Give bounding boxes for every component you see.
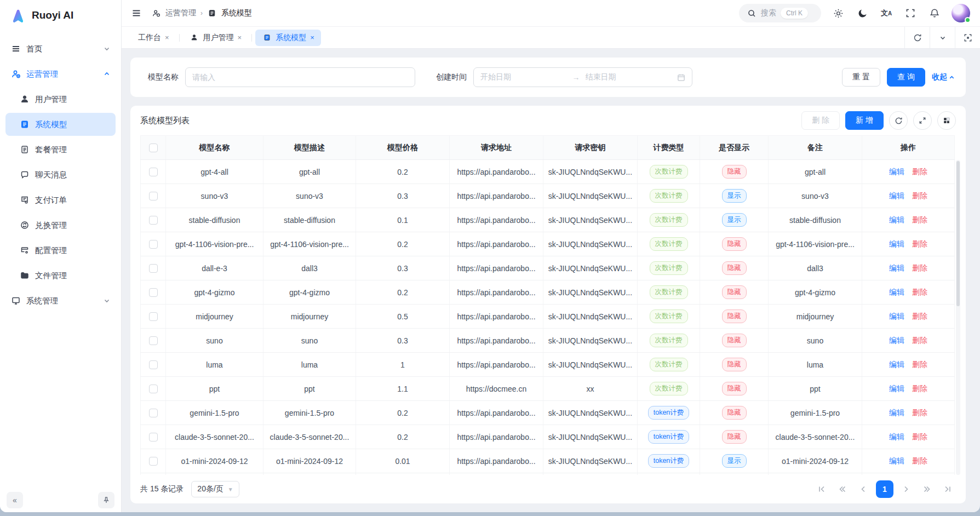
dark-mode-moon-icon[interactable] bbox=[855, 6, 869, 20]
row-checkbox[interactable] bbox=[149, 360, 158, 369]
edit-link[interactable]: 编辑 bbox=[889, 360, 904, 369]
delete-link[interactable]: 删除 bbox=[912, 360, 927, 369]
billing-type-badge: 次数计费 bbox=[650, 358, 688, 371]
row-checkbox[interactable] bbox=[149, 264, 158, 273]
next-page-button[interactable] bbox=[898, 481, 914, 497]
current-page-button[interactable]: 1 bbox=[876, 480, 893, 498]
app-window: Ruoyi AI 首页 运营管理 用户管理 系统模型 bbox=[0, 0, 980, 512]
search-button[interactable]: 查 询 bbox=[887, 68, 925, 87]
chevron-down-icon[interactable] bbox=[930, 27, 955, 48]
collapse-filter-link[interactable]: 收起 bbox=[932, 72, 955, 82]
pin-icon[interactable] bbox=[98, 492, 114, 508]
delete-link[interactable]: 删除 bbox=[912, 288, 927, 296]
sidebar-item-user-management[interactable]: 用户管理 bbox=[5, 88, 116, 111]
delete-link[interactable]: 删除 bbox=[912, 191, 927, 200]
row-checkbox[interactable] bbox=[149, 409, 158, 417]
close-icon[interactable]: × bbox=[165, 33, 169, 42]
delete-link[interactable]: 删除 bbox=[912, 167, 927, 176]
close-icon[interactable]: × bbox=[310, 33, 314, 42]
last-page-button[interactable] bbox=[939, 481, 956, 497]
sidebar-item-system-management[interactable]: 系统管理 bbox=[5, 289, 116, 312]
column-settings-icon[interactable] bbox=[937, 111, 956, 130]
reset-button[interactable]: 重 置 bbox=[842, 68, 880, 87]
delete-link[interactable]: 删除 bbox=[912, 215, 927, 224]
edit-link[interactable]: 编辑 bbox=[889, 312, 904, 320]
row-checkbox[interactable] bbox=[149, 288, 158, 297]
delete-link[interactable]: 删除 bbox=[912, 384, 927, 393]
breadcrumb-parent[interactable]: 运营管理 bbox=[165, 8, 196, 18]
scrollbar-thumb[interactable] bbox=[956, 161, 960, 306]
back-five-pages-button[interactable] bbox=[834, 481, 851, 497]
row-checkbox[interactable] bbox=[149, 336, 158, 345]
billing-type-badge: token计费 bbox=[648, 406, 690, 420]
model-name-input[interactable] bbox=[185, 67, 415, 87]
edit-link[interactable]: 编辑 bbox=[889, 384, 904, 393]
edit-link[interactable]: 编辑 bbox=[889, 191, 904, 200]
sidebar-item-config-management[interactable]: 配置管理 bbox=[5, 239, 116, 262]
sidebar-item-file-management[interactable]: 文件管理 bbox=[5, 264, 116, 287]
row-checkbox[interactable] bbox=[149, 192, 158, 200]
first-page-button[interactable] bbox=[813, 481, 830, 497]
sidebar-item-operations[interactable]: 运营管理 bbox=[5, 62, 116, 85]
select-all-checkbox[interactable] bbox=[149, 144, 158, 152]
collapse-sidebar-button[interactable]: « bbox=[7, 492, 23, 508]
sidebar-item-payment-orders[interactable]: 支付订单 bbox=[5, 188, 116, 211]
forward-five-pages-button[interactable] bbox=[919, 481, 935, 497]
previous-page-button[interactable] bbox=[855, 481, 872, 497]
delete-link[interactable]: 删除 bbox=[912, 432, 927, 441]
close-icon[interactable]: × bbox=[238, 33, 242, 42]
tab-system-model[interactable]: 系统模型 × bbox=[255, 30, 321, 46]
delete-link[interactable]: 删除 bbox=[912, 336, 927, 345]
delete-link[interactable]: 删除 bbox=[912, 408, 927, 417]
delete-link[interactable]: 删除 bbox=[912, 263, 927, 272]
refresh-icon[interactable] bbox=[904, 27, 930, 48]
edit-link[interactable]: 编辑 bbox=[889, 288, 904, 296]
refresh-table-icon[interactable] bbox=[889, 111, 908, 130]
edit-link[interactable]: 编辑 bbox=[889, 263, 904, 272]
sidebar-item-package-management[interactable]: 套餐管理 bbox=[5, 138, 116, 161]
gear-icon[interactable] bbox=[831, 6, 845, 20]
menu-lines-icon bbox=[11, 44, 21, 54]
delete-link[interactable]: 删除 bbox=[912, 239, 927, 248]
edit-link[interactable]: 编辑 bbox=[889, 239, 904, 248]
search-input[interactable]: 搜索 Ctrl K bbox=[739, 4, 821, 22]
tab-user-management[interactable]: 用户管理 × bbox=[183, 30, 249, 46]
delete-selected-button[interactable]: 删 除 bbox=[801, 111, 840, 130]
row-checkbox[interactable] bbox=[149, 433, 158, 442]
edit-link[interactable]: 编辑 bbox=[889, 408, 904, 417]
sidebar-item-home[interactable]: 首页 bbox=[5, 37, 116, 60]
row-checkbox[interactable] bbox=[149, 457, 158, 466]
document-icon bbox=[20, 119, 30, 129]
row-checkbox[interactable] bbox=[149, 168, 158, 176]
page-size-select[interactable]: 20条/页 ▼ bbox=[191, 481, 239, 497]
row-checkbox[interactable] bbox=[149, 385, 158, 393]
table-vertical-scrollbar[interactable] bbox=[956, 160, 960, 475]
sidebar-item-chat-messages[interactable]: 聊天消息 bbox=[5, 163, 116, 186]
edit-link[interactable]: 编辑 bbox=[889, 456, 904, 465]
edit-link[interactable]: 编辑 bbox=[889, 215, 904, 224]
delete-link[interactable]: 删除 bbox=[912, 312, 927, 320]
tab-workbench[interactable]: 工作台 × bbox=[131, 30, 176, 46]
row-checkbox[interactable] bbox=[149, 312, 158, 321]
notifications-bell-icon[interactable] bbox=[927, 6, 942, 20]
add-button[interactable]: 新 增 bbox=[845, 111, 884, 130]
date-range-input[interactable]: 开始日期 → 结束日期 bbox=[473, 67, 692, 87]
cell-model-name: gpt-4-1106-vision-pre... bbox=[166, 232, 263, 256]
cell-request-key: sk-JIUQLNndqSeKWU... bbox=[543, 425, 638, 449]
edit-link[interactable]: 编辑 bbox=[889, 432, 904, 441]
delete-link[interactable]: 删除 bbox=[912, 456, 927, 465]
edit-link[interactable]: 编辑 bbox=[889, 167, 904, 176]
expand-table-icon[interactable] bbox=[913, 111, 932, 130]
sidebar-item-exchange-management[interactable]: 兑换管理 bbox=[5, 214, 116, 237]
row-checkbox[interactable] bbox=[149, 240, 158, 249]
maximize-content-icon[interactable] bbox=[955, 27, 980, 48]
user-avatar[interactable] bbox=[952, 4, 970, 22]
fullscreen-icon[interactable] bbox=[903, 6, 918, 20]
row-checkbox[interactable] bbox=[149, 216, 158, 225]
hamburger-menu-icon[interactable] bbox=[129, 6, 144, 20]
edit-link[interactable]: 编辑 bbox=[889, 336, 904, 345]
sidebar-item-system-model[interactable]: 系统模型 bbox=[5, 113, 116, 136]
cell-model-name: claude-3-5-sonnet-20... bbox=[166, 425, 263, 449]
language-translate-icon[interactable]: 文A bbox=[879, 6, 893, 20]
table-row: lumaluma1https://api.pandarobo...sk-JIUQ… bbox=[141, 353, 955, 377]
